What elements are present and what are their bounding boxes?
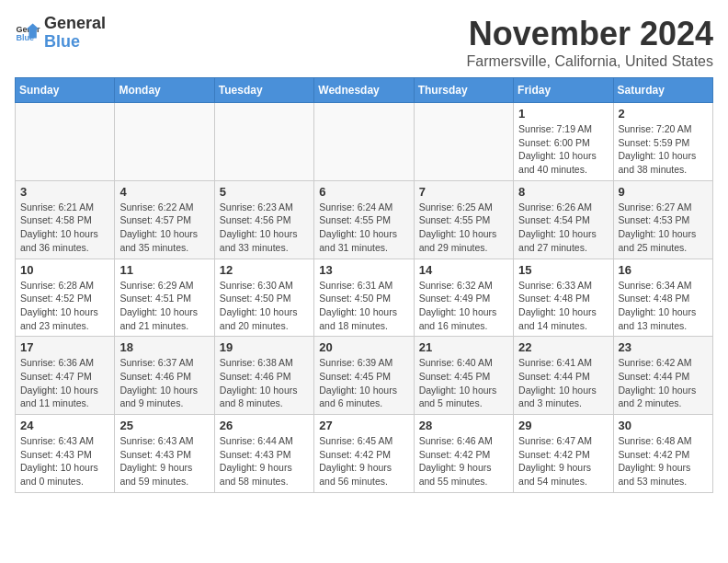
weekday-header-tuesday: Tuesday	[214, 78, 313, 103]
day-number: 3	[20, 185, 109, 199]
calendar-body: 1Sunrise: 7:19 AM Sunset: 6:00 PM Daylig…	[16, 103, 713, 493]
day-number: 21	[419, 340, 508, 354]
calendar-week-2: 3Sunrise: 6:21 AM Sunset: 4:58 PM Daylig…	[16, 180, 713, 259]
day-number: 4	[119, 185, 209, 199]
calendar-cell: 22Sunrise: 6:41 AM Sunset: 4:44 PM Dayli…	[514, 337, 613, 415]
day-info: Sunrise: 6:27 AM Sunset: 4:53 PM Dayligh…	[619, 201, 708, 255]
day-number: 28	[419, 419, 508, 432]
calendar-week-5: 24Sunrise: 6:43 AM Sunset: 4:43 PM Dayli…	[16, 415, 713, 493]
day-info: Sunrise: 6:31 AM Sunset: 4:50 PM Dayligh…	[319, 279, 408, 333]
day-number: 15	[518, 263, 608, 277]
calendar-cell: 9Sunrise: 6:27 AM Sunset: 4:53 PM Daylig…	[613, 180, 712, 259]
calendar-cell: 27Sunrise: 6:45 AM Sunset: 4:42 PM Dayli…	[314, 415, 414, 493]
day-info: Sunrise: 6:23 AM Sunset: 4:56 PM Dayligh…	[220, 201, 309, 255]
day-info: Sunrise: 6:47 AM Sunset: 4:42 PM Dayligh…	[518, 434, 608, 488]
day-number: 18	[119, 340, 209, 354]
calendar-week-3: 10Sunrise: 6:28 AM Sunset: 4:52 PM Dayli…	[16, 259, 713, 337]
day-info: Sunrise: 7:20 AM Sunset: 5:59 PM Dayligh…	[619, 122, 708, 177]
day-info: Sunrise: 6:38 AM Sunset: 4:46 PM Dayligh…	[220, 356, 309, 410]
title-section: November 2024 Farmersville, California, …	[466, 15, 713, 70]
calendar-cell: 19Sunrise: 6:38 AM Sunset: 4:46 PM Dayli…	[214, 337, 313, 415]
calendar-cell: 4Sunrise: 6:22 AM Sunset: 4:57 PM Daylig…	[115, 180, 214, 259]
day-info: Sunrise: 6:34 AM Sunset: 4:48 PM Dayligh…	[619, 279, 708, 333]
calendar-table: SundayMondayTuesdayWednesdayThursdayFrid…	[15, 77, 713, 493]
day-number: 7	[419, 185, 508, 199]
day-number: 14	[419, 263, 508, 277]
day-info: Sunrise: 7:19 AM Sunset: 6:00 PM Dayligh…	[518, 122, 608, 177]
day-info: Sunrise: 6:32 AM Sunset: 4:49 PM Dayligh…	[419, 279, 508, 333]
calendar-week-4: 17Sunrise: 6:36 AM Sunset: 4:47 PM Dayli…	[16, 337, 713, 415]
calendar-cell: 15Sunrise: 6:33 AM Sunset: 4:48 PM Dayli…	[514, 259, 613, 337]
day-info: Sunrise: 6:39 AM Sunset: 4:45 PM Dayligh…	[319, 356, 408, 410]
day-number: 17	[20, 340, 109, 354]
day-number: 2	[619, 107, 708, 121]
calendar-cell: 12Sunrise: 6:30 AM Sunset: 4:50 PM Dayli…	[214, 259, 313, 337]
logo-icon: General Blue	[15, 20, 40, 46]
calendar-cell: 10Sunrise: 6:28 AM Sunset: 4:52 PM Dayli…	[16, 259, 115, 337]
calendar-cell: 20Sunrise: 6:39 AM Sunset: 4:45 PM Dayli…	[314, 337, 414, 415]
day-number: 5	[220, 185, 309, 199]
calendar-title: November 2024	[466, 15, 713, 53]
calendar-cell: 7Sunrise: 6:25 AM Sunset: 4:55 PM Daylig…	[414, 180, 513, 259]
calendar-cell: 6Sunrise: 6:24 AM Sunset: 4:55 PM Daylig…	[314, 180, 414, 259]
calendar-cell: 17Sunrise: 6:36 AM Sunset: 4:47 PM Dayli…	[16, 337, 115, 415]
day-info: Sunrise: 6:44 AM Sunset: 4:43 PM Dayligh…	[220, 434, 309, 488]
calendar-week-1: 1Sunrise: 7:19 AM Sunset: 6:00 PM Daylig…	[16, 103, 713, 181]
day-number: 30	[619, 419, 708, 432]
day-number: 1	[518, 107, 608, 121]
calendar-cell	[16, 103, 115, 181]
calendar-cell: 29Sunrise: 6:47 AM Sunset: 4:42 PM Dayli…	[514, 415, 613, 493]
day-number: 26	[220, 419, 309, 432]
day-info: Sunrise: 6:25 AM Sunset: 4:55 PM Dayligh…	[419, 201, 508, 255]
calendar-cell: 13Sunrise: 6:31 AM Sunset: 4:50 PM Dayli…	[314, 259, 414, 337]
logo: General Blue General Blue	[15, 15, 106, 52]
calendar-cell: 21Sunrise: 6:40 AM Sunset: 4:45 PM Dayli…	[414, 337, 513, 415]
day-info: Sunrise: 6:43 AM Sunset: 4:43 PM Dayligh…	[20, 434, 109, 488]
calendar-cell: 23Sunrise: 6:42 AM Sunset: 4:44 PM Dayli…	[613, 337, 712, 415]
day-info: Sunrise: 6:26 AM Sunset: 4:54 PM Dayligh…	[518, 201, 608, 255]
day-info: Sunrise: 6:36 AM Sunset: 4:47 PM Dayligh…	[20, 356, 109, 410]
day-number: 19	[220, 340, 309, 354]
calendar-cell	[115, 103, 214, 181]
day-number: 27	[319, 419, 408, 432]
day-info: Sunrise: 6:45 AM Sunset: 4:42 PM Dayligh…	[319, 434, 408, 488]
day-number: 11	[119, 263, 209, 277]
day-number: 10	[20, 263, 109, 277]
calendar-cell: 30Sunrise: 6:48 AM Sunset: 4:42 PM Dayli…	[613, 415, 712, 493]
calendar-header: SundayMondayTuesdayWednesdayThursdayFrid…	[16, 78, 713, 103]
day-number: 24	[20, 419, 109, 432]
day-info: Sunrise: 6:41 AM Sunset: 4:44 PM Dayligh…	[518, 356, 608, 410]
day-info: Sunrise: 6:43 AM Sunset: 4:43 PM Dayligh…	[119, 434, 209, 488]
day-info: Sunrise: 6:30 AM Sunset: 4:50 PM Dayligh…	[220, 279, 309, 333]
day-number: 13	[319, 263, 408, 277]
weekday-header-wednesday: Wednesday	[314, 78, 414, 103]
day-info: Sunrise: 6:42 AM Sunset: 4:44 PM Dayligh…	[619, 356, 708, 410]
calendar-cell: 1Sunrise: 7:19 AM Sunset: 6:00 PM Daylig…	[514, 103, 613, 181]
day-number: 25	[119, 419, 209, 432]
calendar-cell: 25Sunrise: 6:43 AM Sunset: 4:43 PM Dayli…	[115, 415, 214, 493]
weekday-header-friday: Friday	[514, 78, 613, 103]
calendar-cell	[214, 103, 313, 181]
calendar-cell	[314, 103, 414, 181]
day-info: Sunrise: 6:28 AM Sunset: 4:52 PM Dayligh…	[20, 279, 109, 333]
day-info: Sunrise: 6:24 AM Sunset: 4:55 PM Dayligh…	[319, 201, 408, 255]
calendar-cell: 18Sunrise: 6:37 AM Sunset: 4:46 PM Dayli…	[115, 337, 214, 415]
calendar-cell: 14Sunrise: 6:32 AM Sunset: 4:49 PM Dayli…	[414, 259, 513, 337]
calendar-cell: 11Sunrise: 6:29 AM Sunset: 4:51 PM Dayli…	[115, 259, 214, 337]
day-number: 12	[220, 263, 309, 277]
logo-text: General Blue	[44, 15, 106, 52]
calendar-cell	[414, 103, 513, 181]
calendar-cell: 8Sunrise: 6:26 AM Sunset: 4:54 PM Daylig…	[514, 180, 613, 259]
day-number: 6	[319, 185, 408, 199]
calendar-cell: 2Sunrise: 7:20 AM Sunset: 5:59 PM Daylig…	[613, 103, 712, 181]
calendar-cell: 24Sunrise: 6:43 AM Sunset: 4:43 PM Dayli…	[16, 415, 115, 493]
day-number: 29	[518, 419, 608, 432]
day-info: Sunrise: 6:22 AM Sunset: 4:57 PM Dayligh…	[119, 201, 209, 255]
day-info: Sunrise: 6:37 AM Sunset: 4:46 PM Dayligh…	[119, 356, 209, 410]
calendar-subtitle: Farmersville, California, United States	[466, 53, 713, 70]
calendar-cell: 3Sunrise: 6:21 AM Sunset: 4:58 PM Daylig…	[16, 180, 115, 259]
calendar-cell: 28Sunrise: 6:46 AM Sunset: 4:42 PM Dayli…	[414, 415, 513, 493]
weekday-header-thursday: Thursday	[414, 78, 513, 103]
day-info: Sunrise: 6:46 AM Sunset: 4:42 PM Dayligh…	[419, 434, 508, 488]
day-info: Sunrise: 6:48 AM Sunset: 4:42 PM Dayligh…	[619, 434, 708, 488]
